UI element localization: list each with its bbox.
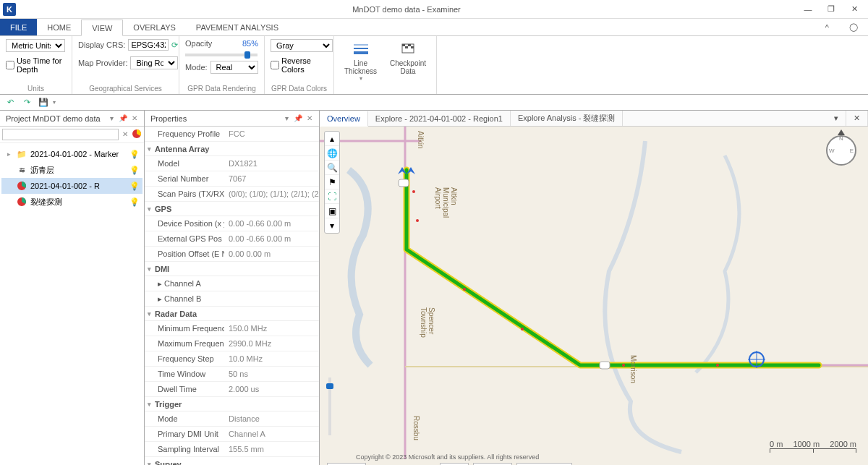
prop-category[interactable]: ▾DMI bbox=[145, 262, 319, 276]
menu-home[interactable]: HOME bbox=[37, 19, 81, 35]
tab-close-icon[interactable]: ✕ bbox=[846, 111, 868, 126]
prop-row[interactable]: Frequency Step10.0 MHz bbox=[145, 351, 319, 367]
menu-view[interactable]: VIEW bbox=[81, 20, 123, 36]
ribbon-collapse-icon[interactable]: ^ bbox=[815, 19, 839, 35]
menu-overlays[interactable]: OVERLAYS bbox=[123, 19, 186, 35]
prop-row[interactable]: Position Offset (E N)0.00 0.00 m bbox=[145, 247, 319, 262]
panel-menu-icon[interactable]: ▾ bbox=[106, 114, 116, 124]
maximize-button[interactable]: ❐ bbox=[820, 2, 842, 17]
globe-tool-icon[interactable]: 🌐 bbox=[325, 146, 339, 161]
opacity-slider[interactable] bbox=[185, 54, 258, 56]
compass[interactable]: N W E bbox=[826, 135, 856, 166]
prop-key: Frequency Profile bbox=[145, 127, 224, 141]
search-clear-icon[interactable]: ✕ bbox=[120, 129, 130, 139]
save-button[interactable]: 💾 bbox=[36, 96, 51, 109]
zoom-tool-icon[interactable]: 🔍 bbox=[325, 161, 339, 175]
panel-menu-icon[interactable]: ▾ bbox=[281, 114, 292, 124]
color-scheme-select[interactable]: Gray bbox=[271, 39, 333, 52]
help-icon[interactable]: ◯ bbox=[839, 19, 868, 35]
svg-rect-6 bbox=[405, 46, 408, 48]
map-canvas[interactable]: ▴ 🌐 🔍 ⚑ ⛶ ▣ ▾ N W E Aitkin Aitkin Munici… bbox=[320, 127, 868, 465]
prop-row[interactable]: Sampling Interval155.5 mm bbox=[145, 442, 319, 457]
map-provider-select[interactable]: Bing Road bbox=[130, 56, 178, 69]
undo-button[interactable]: ↶ bbox=[3, 96, 17, 109]
tree-item[interactable]: 裂缝探测💡 bbox=[1, 194, 142, 210]
prop-row[interactable]: External GPS Pos (x y...0.00 -0.66 0.00 … bbox=[145, 231, 319, 247]
checkpoint-data-button[interactable]: Checkpoint Data bbox=[386, 39, 430, 77]
svg-rect-7 bbox=[411, 46, 414, 48]
prop-key: Maximum Frequency bbox=[145, 336, 224, 351]
prop-key: ▸ Channel B bbox=[145, 291, 224, 306]
prop-row[interactable]: ▸ Channel B bbox=[145, 291, 319, 307]
prop-value: 2990.0 MHz bbox=[224, 336, 319, 351]
fit-tool-icon[interactable]: ⛶ bbox=[325, 189, 339, 204]
prop-row[interactable]: ModeDistance bbox=[145, 411, 319, 427]
pin-icon[interactable]: 📌 bbox=[118, 114, 128, 124]
bulb-icon[interactable]: 💡 bbox=[129, 150, 138, 158]
svg-point-17 bbox=[463, 288, 466, 291]
map-tab-overview[interactable]: Overview bbox=[320, 111, 368, 127]
prop-row[interactable]: Time Window50 ns bbox=[145, 367, 319, 382]
map-attribution: Copyright © 2023 Microsoft and its suppl… bbox=[356, 453, 539, 461]
prop-value: 0.00 -0.66 0.00 m bbox=[224, 216, 319, 231]
collapse-tool-icon[interactable]: ▴ bbox=[325, 132, 339, 146]
prop-row[interactable]: Maximum Frequency2990.0 MHz bbox=[145, 336, 319, 351]
prop-row[interactable]: Primary DMI UnitChannel A bbox=[145, 427, 319, 442]
tree-item-icon bbox=[17, 197, 27, 207]
project-search-input[interactable] bbox=[2, 129, 119, 140]
prop-key: Scan Pairs (TX/RX) bbox=[145, 187, 224, 201]
crop-tool-icon[interactable]: ▣ bbox=[325, 204, 339, 218]
use-time-checkbox[interactable]: Use Time for Depth bbox=[6, 56, 66, 74]
units-select[interactable]: Metric Units bbox=[6, 39, 65, 52]
project-panel: Project MnDOT demo data ▾ 📌 ✕ ✕ ▸📁2021-0… bbox=[0, 111, 145, 465]
map-tab-explore2[interactable]: Explore Analysis - 裂缝探测 bbox=[511, 111, 623, 126]
flag-tool-icon[interactable]: ⚑ bbox=[325, 175, 339, 189]
map-tab-explore1[interactable]: Explore - 2021-04-01-002 - Region1 bbox=[368, 111, 511, 126]
prop-category[interactable]: ▾Radar Data bbox=[145, 307, 319, 321]
qat-dropdown-icon[interactable]: ▾ bbox=[53, 99, 56, 106]
prop-category[interactable]: ▾Antenna Array bbox=[145, 142, 319, 156]
minimize-button[interactable]: — bbox=[797, 2, 819, 17]
mode-select[interactable]: Real bbox=[210, 61, 258, 74]
reverse-colors-checkbox[interactable]: Reverse Colors bbox=[271, 56, 328, 74]
tab-menu-icon[interactable]: ▾ bbox=[827, 111, 846, 126]
tree-item[interactable]: ≋沥青层💡 bbox=[1, 162, 142, 178]
menu-file[interactable]: FILE bbox=[0, 19, 37, 35]
prop-row[interactable]: Scan Pairs (TX/RX)(0/0); (1/0); (1/1); (… bbox=[145, 187, 319, 202]
filter-pie-icon[interactable] bbox=[132, 129, 142, 139]
pin-icon[interactable]: 📌 bbox=[293, 114, 303, 124]
panel-close-icon[interactable]: ✕ bbox=[129, 114, 140, 124]
map-label-aitkin: Aitkin bbox=[417, 131, 425, 148]
refresh-crs-icon[interactable]: ⟳ bbox=[171, 40, 178, 50]
panel-close-icon[interactable]: ✕ bbox=[305, 114, 315, 124]
prop-key: Device Position (x y z) bbox=[145, 216, 224, 231]
bulb-icon[interactable]: 💡 bbox=[129, 166, 138, 174]
zoom-slider[interactable] bbox=[328, 377, 331, 435]
properties-panel: Properties ▾ 📌 ✕ Frequency ProfileFCC▾An… bbox=[145, 111, 320, 465]
prop-row[interactable]: Minimum Frequency150.0 MHz bbox=[145, 321, 319, 336]
prop-row[interactable]: Dwell Time2.000 us bbox=[145, 382, 319, 397]
prop-key: Serial Number bbox=[145, 171, 224, 186]
prop-category[interactable]: ▾Survey bbox=[145, 457, 319, 465]
prop-row[interactable]: ▸ Channel A bbox=[145, 276, 319, 291]
expand-tool-icon[interactable]: ▾ bbox=[325, 218, 339, 233]
display-crs-input[interactable] bbox=[128, 39, 169, 51]
prop-row[interactable]: ModelDX1821 bbox=[145, 156, 319, 171]
tree-item[interactable]: 2021-04-01-002 - R💡 bbox=[1, 178, 142, 194]
tree-item[interactable]: ▸📁2021-04-01-002 - Marker💡 bbox=[1, 146, 142, 162]
line-thickness-button[interactable]: Line Thickness ▾ bbox=[340, 39, 381, 83]
prop-row[interactable]: Serial Number7067 bbox=[145, 171, 319, 187]
prop-category[interactable]: ▾GPS bbox=[145, 202, 319, 216]
redo-button[interactable]: ↷ bbox=[20, 96, 34, 109]
prop-row[interactable]: Frequency ProfileFCC bbox=[145, 127, 319, 142]
quick-access-toolbar: ↶ ↷ 💾 ▾ bbox=[0, 95, 868, 111]
prop-category[interactable]: ▾Trigger bbox=[145, 397, 319, 411]
menu-pavement[interactable]: PAVEMENT ANALYSIS bbox=[186, 19, 289, 35]
bulb-icon[interactable]: 💡 bbox=[129, 182, 138, 190]
close-button[interactable]: ✕ bbox=[843, 2, 865, 17]
bulb-icon[interactable]: 💡 bbox=[129, 197, 138, 206]
prop-value bbox=[224, 276, 319, 291]
prop-value: Channel A bbox=[224, 427, 319, 441]
prop-row[interactable]: Device Position (x y z)0.00 -0.66 0.00 m bbox=[145, 216, 319, 231]
prop-value: (0/0); (1/0); (1/1); (2/1); (2/2 bbox=[224, 187, 319, 201]
